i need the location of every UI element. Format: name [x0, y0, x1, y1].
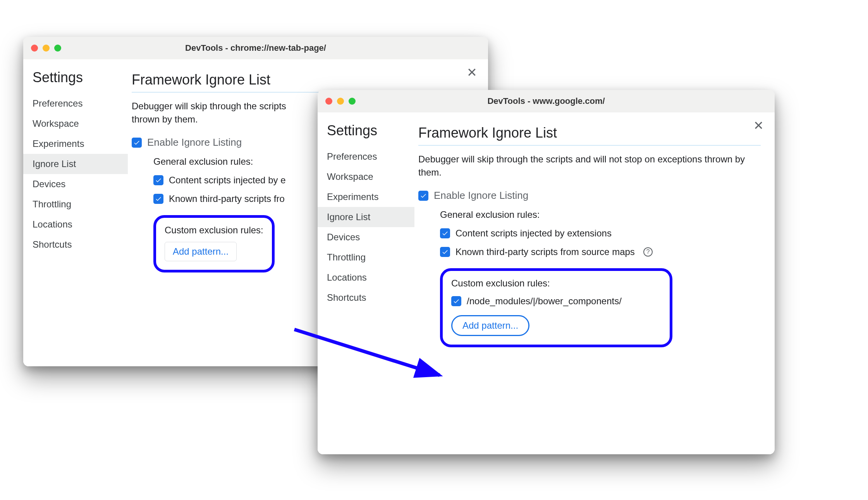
settings-main: Framework Ignore List Debugger will skip… [414, 112, 775, 454]
third-party-label: Known third-party scripts fro [169, 193, 285, 204]
minimize-window-icon[interactable] [43, 45, 50, 52]
sidebar-item-shortcuts[interactable]: Shortcuts [318, 288, 414, 308]
description-text: Debugger will skip through the scripts a… [418, 153, 761, 179]
traffic-lights [31, 45, 61, 52]
sidebar-item-throttling[interactable]: Throttling [318, 247, 414, 267]
sidebar-item-experiments[interactable]: Experiments [23, 134, 128, 154]
pattern-row: /node_modules/|/bower_components/ [451, 296, 661, 307]
minimize-window-icon[interactable] [337, 98, 344, 105]
sidebar-item-workspace[interactable]: Workspace [23, 114, 128, 134]
page-title: Framework Ignore List [132, 72, 474, 93]
close-window-icon[interactable] [31, 45, 38, 52]
devtools-window-2: DevTools - www.google.com/ ✕ Settings Pr… [318, 90, 775, 454]
general-rules-section: General exclusion rules: Content scripts… [418, 209, 761, 347]
custom-rules-callout: Custom exclusion rules: /node_modules/|/… [440, 268, 672, 347]
third-party-row: Known third-party scripts from source ma… [440, 247, 761, 257]
help-icon[interactable]: ? [643, 247, 653, 257]
maximize-window-icon[interactable] [54, 45, 61, 52]
close-icon[interactable]: ✕ [753, 119, 764, 132]
content-scripts-checkbox[interactable] [440, 228, 450, 238]
page-title: Framework Ignore List [418, 125, 761, 146]
content-scripts-checkbox[interactable] [153, 175, 163, 185]
enable-ignore-row: Enable Ignore Listing [418, 190, 761, 202]
sidebar-item-devices[interactable]: Devices [23, 174, 128, 194]
sidebar-item-ignore-list[interactable]: Ignore List [318, 207, 414, 227]
settings-sidebar: Settings Preferences Workspace Experimen… [318, 112, 414, 454]
content-scripts-label: Content scripts injected by e [169, 175, 286, 186]
third-party-checkbox[interactable] [440, 247, 450, 257]
sidebar-item-preferences[interactable]: Preferences [318, 147, 414, 167]
close-icon[interactable]: ✕ [467, 66, 477, 79]
custom-rules-heading: Custom exclusion rules: [451, 278, 661, 289]
sidebar-item-locations[interactable]: Locations [318, 267, 414, 288]
settings-body: ✕ Settings Preferences Workspace Experim… [318, 112, 775, 454]
enable-ignore-checkbox[interactable] [418, 191, 428, 201]
general-rules-heading: General exclusion rules: [440, 209, 761, 220]
pattern-value: /node_modules/|/bower_components/ [467, 296, 622, 307]
sidebar-title: Settings [318, 122, 414, 147]
traffic-lights [325, 98, 356, 105]
window-title: DevTools - www.google.com/ [318, 96, 775, 106]
sidebar-title: Settings [23, 69, 128, 93]
content-scripts-row: Content scripts injected by extensions [440, 228, 761, 239]
enable-ignore-label: Enable Ignore Listing [434, 190, 528, 202]
sidebar-item-throttling[interactable]: Throttling [23, 194, 128, 214]
settings-sidebar: Settings Preferences Workspace Experimen… [23, 59, 128, 366]
sidebar-item-devices[interactable]: Devices [318, 227, 414, 247]
enable-ignore-label: Enable Ignore Listing [147, 136, 242, 148]
sidebar-item-shortcuts[interactable]: Shortcuts [23, 234, 128, 255]
window-title: DevTools - chrome://new-tab-page/ [23, 43, 488, 53]
sidebar-item-experiments[interactable]: Experiments [318, 187, 414, 207]
custom-rules-heading: Custom exclusion rules: [165, 225, 263, 236]
sidebar-item-workspace[interactable]: Workspace [318, 167, 414, 187]
sidebar-item-preferences[interactable]: Preferences [23, 93, 128, 114]
titlebar: DevTools - chrome://new-tab-page/ [23, 37, 488, 59]
titlebar: DevTools - www.google.com/ [318, 90, 775, 112]
custom-rules-callout: Custom exclusion rules: Add pattern... [153, 215, 275, 272]
sidebar-item-ignore-list[interactable]: Ignore List [23, 154, 128, 174]
close-window-icon[interactable] [325, 98, 332, 105]
add-pattern-button[interactable]: Add pattern... [451, 315, 529, 336]
content-scripts-label: Content scripts injected by extensions [455, 228, 612, 239]
enable-ignore-checkbox[interactable] [132, 138, 142, 148]
add-pattern-button[interactable]: Add pattern... [165, 242, 237, 261]
sidebar-item-locations[interactable]: Locations [23, 214, 128, 234]
third-party-label: Known third-party scripts from source ma… [455, 247, 635, 257]
third-party-checkbox[interactable] [153, 194, 163, 204]
maximize-window-icon[interactable] [349, 98, 356, 105]
pattern-checkbox[interactable] [451, 296, 461, 306]
